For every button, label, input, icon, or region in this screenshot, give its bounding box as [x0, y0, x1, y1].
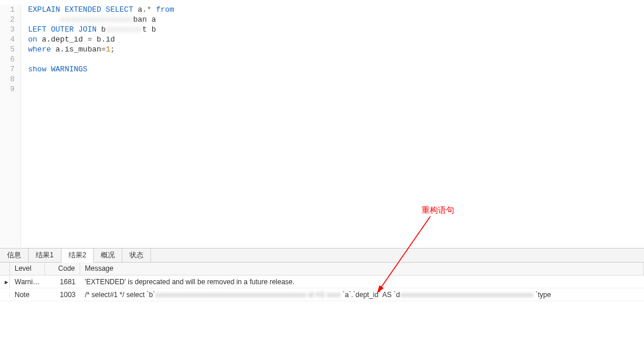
line-number: 8 [0, 74, 15, 84]
table-row[interactable]: ▸Warning1681'EXTENDED' is deprecated and… [0, 275, 644, 288]
code-line[interactable]: EXPLAIN EXTENDED SELECT a.* from [28, 5, 174, 15]
code-line[interactable] [28, 84, 174, 94]
row-marker: ▸ [0, 276, 10, 288]
results-panel: 信息结果1结果2概况状态 Level Code Message ▸Warning… [0, 248, 644, 301]
line-number: 2 [0, 15, 15, 25]
line-number: 4 [0, 35, 15, 44]
code-content[interactable]: EXPLAIN EXTENDED SELECT a.* from xxxxxxx… [21, 5, 174, 248]
cell-code: 1681 [45, 276, 80, 288]
code-line[interactable]: xxxxxxxxxxxxxxxxban a [28, 15, 174, 25]
line-number: 6 [0, 54, 15, 64]
result-tab-结果2[interactable]: 结果2 [61, 249, 94, 263]
line-gutter: 123456789 [0, 5, 21, 248]
cell-level: Warning [10, 276, 45, 288]
table-row[interactable]: Note1003/* select#1 */ select `b`xxxxxxx… [0, 288, 644, 301]
line-number: 1 [0, 5, 15, 15]
line-number: 7 [0, 64, 15, 74]
cell-message: /* select#1 */ select `b`xxxxxxxxxxxxxxx… [80, 289, 644, 301]
result-tab-信息[interactable]: 信息 [0, 249, 29, 262]
code-line[interactable]: LEFT OUTER JOIN bxxxxxxxxt b [28, 25, 174, 35]
header-message[interactable]: Message [80, 263, 644, 275]
result-tab-状态[interactable]: 状态 [122, 249, 151, 262]
code-line[interactable] [28, 74, 174, 84]
result-tab-概况[interactable]: 概况 [94, 249, 122, 262]
cell-message: 'EXTENDED' is deprecated and will be rem… [80, 276, 644, 288]
line-number: 5 [0, 44, 15, 54]
result-tabs: 信息结果1结果2概况状态 [0, 249, 644, 263]
cell-level: Note [10, 289, 45, 301]
cell-code: 1003 [45, 289, 80, 301]
line-number: 9 [0, 84, 15, 94]
header-level[interactable]: Level [10, 263, 45, 275]
header-marker [0, 263, 10, 275]
results-grid: Level Code Message ▸Warning1681'EXTENDED… [0, 263, 644, 301]
sql-editor[interactable]: 123456789 EXPLAIN EXTENDED SELECT a.* fr… [0, 2, 644, 248]
header-code[interactable]: Code [45, 263, 80, 275]
code-line[interactable]: on a.dept_id = b.id [28, 35, 174, 44]
code-line[interactable]: show WARNINGS [28, 64, 174, 74]
line-number: 3 [0, 25, 15, 35]
grid-header: Level Code Message [0, 263, 644, 275]
code-line[interactable] [28, 54, 174, 64]
row-marker [0, 293, 10, 297]
result-tab-结果1[interactable]: 结果1 [29, 249, 61, 262]
code-line[interactable]: where a.is_muban=1; [28, 44, 174, 54]
